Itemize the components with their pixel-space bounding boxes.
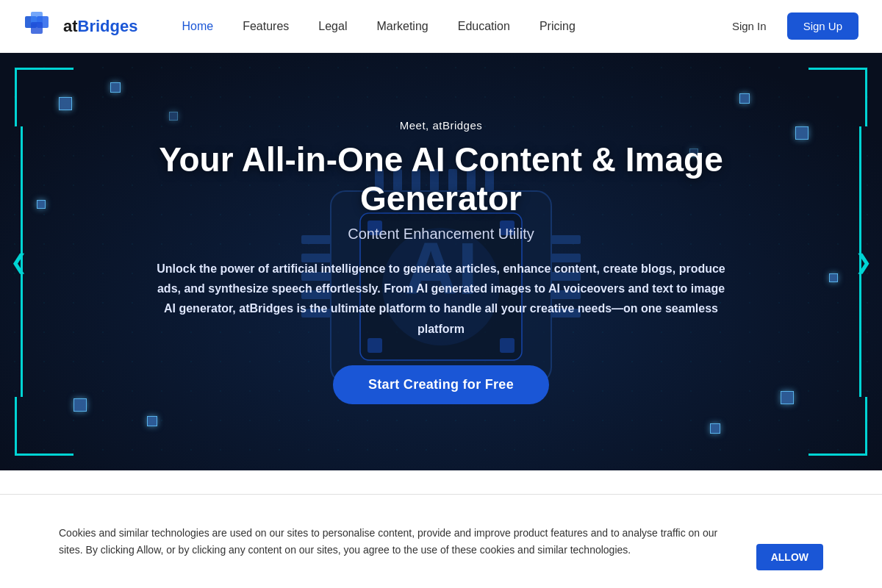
float-box: [74, 398, 87, 412]
logo[interactable]: atBridges: [24, 10, 137, 43]
corner-accent-tl: [15, 68, 74, 126]
hero-subtitle: Content Enhancement Utility: [140, 226, 742, 243]
nav-home[interactable]: Home: [182, 20, 213, 33]
nav-marketing[interactable]: Marketing: [376, 20, 428, 33]
float-box: [781, 391, 794, 404]
cookie-banner: Cookies and similar technologies are use…: [0, 494, 882, 588]
hero-title: Your All-in-One AI Content & Image Gener…: [140, 140, 742, 218]
cookie-allow-button[interactable]: ALLOW: [756, 544, 823, 570]
float-box: [37, 200, 46, 209]
hero-description: Unlock the power of artificial intellige…: [154, 259, 728, 339]
nav-pricing[interactable]: Pricing: [539, 20, 576, 33]
arrow-right-icon: ❯: [855, 250, 872, 274]
navbar: atBridges Home Features Legal Marketing …: [0, 0, 882, 53]
logo-text: atBridges: [63, 17, 137, 36]
hero-section: AI: [0, 53, 882, 470]
nav-legal[interactable]: Legal: [318, 20, 347, 33]
nav-actions: Sign In Sign Up: [723, 12, 858, 40]
nav-education[interactable]: Education: [458, 20, 510, 33]
nav-links: Home Features Legal Marketing Education …: [182, 20, 723, 33]
sign-up-button[interactable]: Sign Up: [787, 12, 858, 40]
hero-content: Meet, atBridges Your All-in-One AI Conte…: [110, 119, 772, 404]
svg-rect-3: [31, 22, 43, 34]
float-box: [795, 126, 808, 140]
cookie-text: Cookies and similar technologies are use…: [59, 525, 727, 558]
sign-in-button[interactable]: Sign In: [723, 14, 775, 38]
cta-button[interactable]: Start Creating for Free: [333, 365, 549, 404]
corner-accent-br: [808, 397, 867, 456]
arrow-left-icon: ❮: [10, 250, 27, 274]
float-box: [147, 416, 157, 426]
meet-label: Meet, atBridges: [140, 119, 742, 132]
corner-accent-bl: [15, 397, 74, 456]
float-box: [829, 273, 838, 282]
nav-features[interactable]: Features: [243, 20, 289, 33]
corner-accent-tr: [808, 68, 867, 126]
float-box: [739, 93, 750, 104]
float-box: [110, 82, 121, 93]
logo-icon: [24, 10, 56, 43]
float-box: [710, 423, 720, 434]
